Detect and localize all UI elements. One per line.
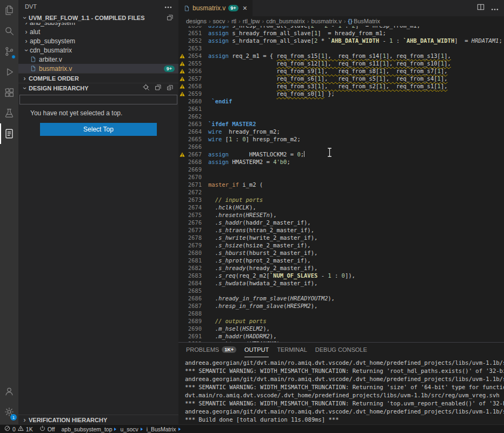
code-text: wire hready_from_m2; [202,128,280,135]
code-line[interactable]: 2672 [178,188,504,196]
section-design-hierarchy[interactable]: › DESIGN HIERARCHY [18,83,178,93]
collapse-all-icon[interactable] [167,84,174,92]
code-line[interactable]: 2679 .s_hsize(hsize_2_master_if), [178,241,504,249]
breadcrumb-symbol[interactable]: {}BusMatrix [348,18,380,24]
open-in-editor-icon[interactable] [155,84,162,92]
code-line[interactable]: 2662 [178,113,504,120]
code-line[interactable]: 2659 req_from_s0[1] }; [178,90,504,97]
code-line[interactable]: 2675 .hresetn(HRESETn), [178,211,504,219]
tree-item-busmatrix-v[interactable]: busmatrix.v9+ [18,64,178,73]
scope-breadcrumb-item[interactable]: i_BusMatrix [147,426,176,432]
code-line[interactable]: 2685 [178,287,504,294]
breadcrumb-item[interactable]: rtl_lpw [243,18,260,24]
explorer-icon[interactable] [0,0,18,21]
tab-busmatrix[interactable]: busmatrix.v 9+ × [178,0,253,16]
section-compiled-files[interactable]: › UVM_REF_FLOW_1.1 - COMPILED FILES [18,13,178,23]
scope-breadcrumb-item[interactable]: apb_subsystem_top [62,426,112,432]
panel-tab-terminal[interactable]: TERMINAL [277,343,307,357]
breadcrumb-item[interactable]: cdn_busmatrix [266,18,305,24]
code-line[interactable]: 2669 [178,166,504,173]
breadcrumb-separator: › [307,18,309,24]
code-line[interactable]: 2668assign HMASTERM2 = 4'b0; [178,158,504,166]
panel-tab-output[interactable]: OUTPUT [244,343,269,357]
code-token: .s_htrans [208,227,246,233]
split-editor-icon[interactable] [477,3,485,13]
code-line[interactable]: 2674 .hclk(HCLK), [178,204,504,211]
tree-item-apb_subsystem[interactable]: ›apb_subsystem [18,36,178,45]
problems-status[interactable]: 0 1K [4,425,33,432]
code-line[interactable]: 2656 req_from_s9[1], req_from_s8[1], req… [178,67,504,75]
code-line[interactable]: 2663`ifdef MASTER2 [178,120,504,128]
breadcrumb-item[interactable]: busmatrix.v [311,18,341,24]
code-line[interactable]: 2683 .s_req(req_2_m2[`NUM_OF_SLAVES - 1 … [178,272,504,279]
breadcrumb-item[interactable]: designs [186,18,207,24]
design-scope-status[interactable]: apb_subsystem_topu_socvi_BusMatrix [62,426,184,432]
testing-icon[interactable] [0,103,18,123]
code-line[interactable]: 2682 .s_hready(hready_2_master_if), [178,264,504,272]
breadcrumb-separator: › [227,18,229,24]
collapse-all-icon[interactable] [167,14,174,22]
code-line[interactable]: 2691 .m_haddr(HADDRM2), [178,332,504,340]
run-debug-icon[interactable] [0,62,18,82]
code-line[interactable]: 2665wire [1 : 0] hresp_from_m2; [178,135,504,143]
verilog-file-icon [30,65,36,72]
account-icon[interactable] [0,381,18,402]
panel-tab-debug-console[interactable]: DEBUG CONSOLE [315,343,367,357]
code-line[interactable]: 2655 req_from_s12[1], req_from_s11[1], r… [178,60,504,67]
code-text: .s_hsize(hsize_2_master_if), [202,241,311,249]
code-line[interactable]: 2680 .s_hburst(hburst_2_master_if), [178,249,504,257]
code-line[interactable]: 2671master_if i_m2 ( [178,181,504,188]
panel-tab-problems[interactable]: PROBLEMS1K+ [186,343,236,357]
close-tab-icon[interactable]: × [243,4,247,12]
code-line[interactable]: 2658 req_from_s3[1], req_from_s2[1], req… [178,82,504,90]
select-top-icon[interactable] [143,84,150,92]
code-line[interactable]: 2688 [178,310,504,317]
code-line[interactable]: 2666 [178,143,504,150]
tree-item-arbiter-v[interactable]: arbiter.v [18,55,178,64]
code-line[interactable]: 2660 `endif [178,97,504,105]
gutter [178,188,185,196]
tree-item-alut[interactable]: ›alut [18,27,178,36]
output-content[interactable]: andreea.georgian/git/dvt.main/ro.amiq.dv… [178,357,504,424]
code-line[interactable]: 2687 .hresp_in_from_slave(HRESPM2), [178,302,504,310]
code-line[interactable]: 2678 .s_hwrite(hwrite_2_master_if), [178,234,504,241]
code-line[interactable]: 2652assign s_hrdata_from_all_slave[2 * `… [178,37,504,44]
source-control-icon[interactable] [0,41,18,62]
code-line[interactable]: 2690 .m_hsel(HSELM2), [178,325,504,332]
settings-gear-icon[interactable]: 1 [0,402,18,422]
dvt-mode-status[interactable]: Off [39,425,55,432]
code-editor[interactable]: 2650assign s_hresp_from_all_slave[2 * 2 … [178,26,504,342]
breadcrumb-item[interactable]: socv [213,18,226,24]
code-line[interactable]: 2667assign HMASTLOCKM2 = 0; [178,150,504,158]
code-line[interactable]: 2673 // input ports [178,196,504,204]
code-line[interactable]: 2684 .s_hwdata(hwdata_2_master_if), [178,279,504,287]
tree-item-cdn_busmatrix[interactable]: ›cdn_busmatrix [18,45,178,55]
code-line[interactable]: 2651assign s_hready_from_all_slave[1] = … [178,29,504,37]
section-verification-hierarchy[interactable]: › VERIFICATION HIERARCHY [18,415,178,424]
code-line[interactable]: 2677 .s_htrans(htran_2_master_if), [178,226,504,234]
code-line[interactable]: 2670 [178,173,504,181]
extensions-icon[interactable] [0,82,18,103]
breadcrumb-item[interactable]: rtl [231,18,236,24]
select-top-button[interactable]: Select Top [40,123,157,136]
gutter [178,105,185,113]
dvt-view-icon[interactable] [0,123,18,144]
tree-item-ahb_subsystem[interactable]: ›ahb_subsystem [18,23,178,27]
code-line[interactable]: 2661 [178,105,504,113]
breadcrumb: designs›socv›rtl›rtl_lpw›cdn_busmatrix›b… [178,16,504,26]
code-line[interactable]: 2657 req_from_s6[1], req_from_s5[1], req… [178,75,504,82]
code-line[interactable]: 2653 [178,44,504,52]
more-actions-icon[interactable] [164,3,172,10]
code-token: .s_hsize [208,242,242,248]
code-line[interactable]: 2689 // output ports [178,317,504,325]
code-line[interactable]: 2654assign req_2_m1 = { req_from_s15[1],… [178,52,504,60]
more-actions-icon[interactable] [491,3,499,13]
scope-breadcrumb-item[interactable]: u_socv [120,426,138,432]
code-line[interactable]: 2664wire hready_from_m2; [178,128,504,135]
code-text: assign HMASTLOCKM2 = 0; [202,150,304,158]
search-icon[interactable] [0,21,18,41]
code-line[interactable]: 2676 .s_haddr(haddr_2_master_if), [178,219,504,226]
code-line[interactable]: 2681 .s_hprot(hprot_2_master_if), [178,257,504,264]
code-line[interactable]: 2686 .hready_in_from_slave(HREADYOUTM2), [178,294,504,302]
section-compile-order[interactable]: › COMPILE ORDER [18,73,178,83]
